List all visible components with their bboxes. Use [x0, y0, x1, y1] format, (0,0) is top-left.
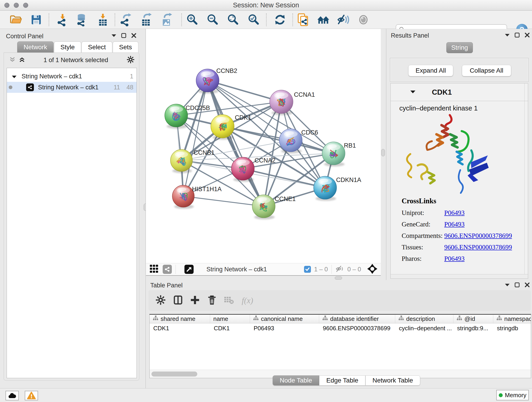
results-vertical-scrollbar[interactable]	[525, 83, 525, 279]
export-table-button[interactable]	[138, 12, 153, 27]
network-node-ccnb1[interactable]	[171, 149, 192, 173]
column-header-canonical-name[interactable]: canonical name	[250, 315, 319, 323]
zoom-fit-button[interactable]	[225, 12, 240, 27]
zoom-selected-button[interactable]	[246, 12, 261, 27]
zoom-out-button[interactable]	[205, 12, 220, 27]
tab-sets[interactable]: Sets	[113, 41, 138, 53]
tab-network[interactable]: Network	[17, 41, 54, 53]
network-node-hist1h1a[interactable]	[172, 185, 194, 209]
open-session-button[interactable]	[8, 12, 23, 27]
tab-node-table[interactable]: Node Table	[273, 375, 319, 385]
save-session-button[interactable]	[29, 12, 44, 27]
collapse-all-button[interactable]: Collapse All	[462, 65, 511, 76]
results-collapse-icon[interactable]	[505, 33, 510, 37]
crosslink-genecard[interactable]: P06493	[444, 220, 465, 228]
column-header--id[interactable]: @id	[453, 315, 493, 323]
expand-all-networks-icon[interactable]	[19, 57, 25, 64]
column-header-label: name	[213, 315, 228, 322]
expand-all-button[interactable]: Expand All	[408, 65, 453, 76]
refresh-icon	[273, 13, 287, 26]
table-cell[interactable]: stringdb:9...	[453, 323, 493, 333]
glass-ball-button[interactable]	[356, 12, 371, 27]
network-options-gear-icon[interactable]	[127, 56, 134, 64]
tab-style[interactable]: Style	[54, 41, 81, 53]
column-header-name[interactable]: name	[210, 315, 250, 323]
cloud-button[interactable]	[6, 391, 19, 400]
table-cell[interactable]: CDK1	[150, 323, 210, 333]
table-cell[interactable]: cyclin–dependent ...	[395, 323, 453, 333]
toolbar-separator	[181, 13, 182, 26]
node-label: CCNE1	[275, 196, 296, 202]
refresh-button[interactable]	[272, 12, 288, 27]
network-collection-row[interactable]: String Network – cdk1 1	[7, 71, 137, 82]
network-node-ccne1[interactable]	[252, 195, 275, 220]
gene-collapse-triangle-icon[interactable]	[410, 90, 415, 95]
table-cell[interactable]: 9606.ENSP00000378699	[319, 323, 395, 333]
network-node-cdk1[interactable]	[211, 115, 234, 140]
import-table-file-button[interactable]	[95, 12, 110, 27]
network-node-cdkn1a[interactable]	[314, 176, 336, 201]
column-header-label: @id	[464, 315, 475, 322]
table-cell[interactable]: P06493	[250, 323, 319, 333]
hidden-eye-slash-icon[interactable]	[336, 265, 345, 274]
tab-network-table[interactable]: Network Table	[365, 375, 420, 385]
right-splitter-handle[interactable]	[381, 149, 385, 156]
table-collapse-icon[interactable]	[505, 283, 510, 287]
crosslink-compartments[interactable]: 9606.ENSP00000378699	[444, 232, 512, 240]
network-node-ccna2[interactable]	[231, 157, 254, 182]
table-options-gear-icon[interactable]	[156, 295, 166, 306]
results-horizontal-scrollbar[interactable]	[391, 274, 528, 279]
network-row[interactable]: String Network – cdk1 11 48	[7, 82, 137, 93]
network-edge[interactable]	[183, 196, 264, 206]
table-float-icon[interactable]	[515, 282, 520, 287]
panel-close-icon[interactable]	[131, 33, 136, 38]
table-close-icon[interactable]	[525, 282, 530, 287]
tab-edge-table[interactable]: Edge Table	[319, 375, 365, 385]
tab-string[interactable]: String	[446, 42, 473, 53]
panel-float-icon[interactable]	[121, 33, 126, 38]
export-network-button[interactable]	[118, 12, 133, 27]
network-edge[interactable]	[183, 80, 208, 196]
network-share-gray-icon[interactable]	[163, 265, 172, 274]
show-columns-icon[interactable]	[173, 295, 183, 306]
string-home-button[interactable]	[316, 12, 331, 27]
string-stitch-button[interactable]	[296, 12, 311, 27]
column-header-shared-name[interactable]: shared name	[150, 315, 210, 323]
delete-column-trash-icon[interactable]	[207, 295, 217, 306]
save-floppy-icon	[30, 13, 43, 26]
open-in-window-icon[interactable]	[184, 265, 194, 274]
export-image-button[interactable]	[159, 12, 174, 27]
panel-collapse-icon[interactable]	[112, 34, 116, 37]
network-node-cdc25b[interactable]	[165, 104, 188, 129]
fit-selected-crosshair-icon[interactable]	[367, 264, 378, 275]
import-network-database-button[interactable]	[74, 12, 89, 27]
network-view-canvas[interactable]: CCNB2CCNA1CDC25BCDK1CDC6RB1CCNB1CCNA2CDK…	[146, 29, 381, 263]
warnings-button[interactable]	[25, 391, 38, 400]
results-close-icon[interactable]	[525, 32, 530, 38]
selected-checkbox-icon[interactable]	[304, 266, 311, 273]
hide-images-button[interactable]	[336, 12, 351, 27]
zoom-in-button[interactable]	[184, 12, 200, 27]
column-header-database-identifier[interactable]: database identifier	[319, 315, 395, 323]
collapse-all-networks-icon[interactable]	[9, 57, 15, 64]
birds-eye-grid-icon[interactable]	[149, 264, 158, 274]
table-row[interactable]: CDK1CDK1P064939606.ENSP00000378699cyclin…	[150, 323, 531, 333]
table-cell[interactable]: stringdb	[493, 323, 531, 333]
crosslink-tissues[interactable]: 9606.ENSP00000378699	[444, 243, 512, 251]
network-node-rb1[interactable]	[322, 142, 345, 167]
scrollbar-thumb[interactable]	[152, 371, 197, 376]
add-column-plus-icon[interactable]	[190, 295, 200, 306]
crosslink-pharos[interactable]: P06493	[444, 255, 465, 262]
results-float-icon[interactable]	[515, 32, 520, 38]
column-header-namespace[interactable]: namespace	[493, 315, 531, 323]
crosslink-uniprot[interactable]: P06493	[444, 209, 465, 217]
network-node-ccna1[interactable]	[270, 90, 293, 115]
collection-expand-triangle-icon[interactable]	[12, 73, 17, 80]
tab-select[interactable]: Select	[82, 41, 112, 53]
bottom-splitter-handle[interactable]	[335, 276, 342, 280]
memory-button[interactable]: Memory	[496, 390, 529, 400]
table-panel-title: Table Panel	[150, 282, 183, 289]
column-header-description[interactable]: description	[395, 315, 453, 323]
import-network-file-button[interactable]	[55, 12, 70, 27]
table-cell[interactable]: CDK1	[210, 323, 250, 333]
